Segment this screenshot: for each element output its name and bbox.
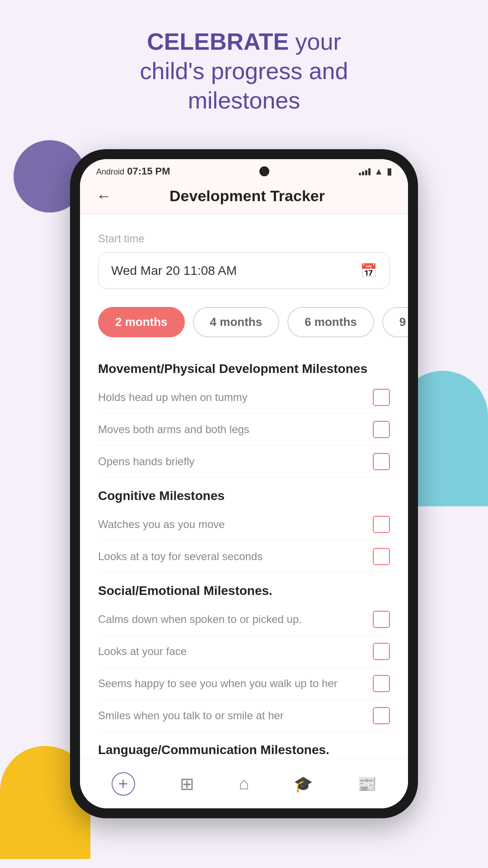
graduation-icon[interactable]: 🎓 <box>294 775 313 793</box>
add-icon[interactable]: + <box>112 772 135 796</box>
category-title-language: Language/Communication Milestones. <box>98 743 390 757</box>
milestone-text: Watches you as you move <box>98 518 373 531</box>
milestone-checkbox[interactable] <box>373 453 390 470</box>
month-tabs: 2 months 4 months 6 months 9 months <box>80 298 408 342</box>
milestones-section: Movement/Physical Development Milestones… <box>80 342 408 782</box>
milestone-checkbox[interactable] <box>373 421 390 438</box>
category-title-cognitive: Cognitive Milestones <box>98 489 390 503</box>
screen-content[interactable]: Start time Wed Mar 20 11:08 AM 📅 2 month… <box>80 214 408 782</box>
milestone-checkbox[interactable] <box>373 675 390 692</box>
back-button[interactable]: ← <box>96 187 112 205</box>
calendar-icon[interactable]: 📅 <box>360 263 377 278</box>
category-cognitive: Cognitive Milestones Watches you as you … <box>98 489 390 573</box>
top-nav: ← Development Tracker <box>80 180 408 214</box>
status-bar: Android 07:15 PM ▲ ▮ <box>80 159 408 180</box>
puzzle-icon[interactable]: ⊞ <box>180 774 194 794</box>
camera-dot <box>259 166 269 176</box>
phone-screen: Android 07:15 PM ▲ ▮ ← Development Track… <box>80 159 408 808</box>
category-social: Social/Emotional Milestones. Calms down … <box>98 584 390 732</box>
milestone-item: Looks at your face <box>98 636 390 668</box>
milestone-checkbox[interactable] <box>373 389 390 406</box>
milestone-checkbox[interactable] <box>373 643 390 660</box>
date-value: Wed Mar 20 11:08 AM <box>111 264 237 278</box>
header-line2: child's progress and <box>36 57 452 86</box>
milestone-text: Smiles when you talk to or smile at her <box>98 709 373 722</box>
milestone-checkbox[interactable] <box>373 611 390 628</box>
tab-6months[interactable]: 6 months <box>287 307 374 337</box>
tab-2months[interactable]: 2 months <box>98 307 185 337</box>
milestone-item: Opens hands briefly <box>98 446 390 478</box>
status-time-value: 07:15 PM <box>127 165 170 177</box>
milestone-item: Smiles when you talk to or smile at her <box>98 700 390 732</box>
bottom-nav: + ⊞ ⌂ 🎓 📰 <box>80 759 408 808</box>
start-time-label: Start time <box>98 232 390 245</box>
celebrate-word: CELEBRATE <box>147 28 289 55</box>
android-label: Android <box>96 167 124 176</box>
nav-learn[interactable]: 🎓 <box>285 770 322 797</box>
milestone-item: Moves both arms and both legs <box>98 414 390 446</box>
status-icons: ▲ ▮ <box>359 166 392 177</box>
milestone-text: Seems happy to see you when you walk up … <box>98 677 373 690</box>
date-input[interactable]: Wed Mar 20 11:08 AM 📅 <box>98 252 390 289</box>
nav-puzzle[interactable]: ⊞ <box>171 769 203 798</box>
milestone-text: Holds head up when on tummy <box>98 391 373 404</box>
news-icon[interactable]: 📰 <box>357 775 376 793</box>
header-line1-rest: your <box>289 28 341 55</box>
phone-frame: Android 07:15 PM ▲ ▮ ← Development Track… <box>70 149 418 818</box>
nav-add[interactable]: + <box>103 768 144 800</box>
start-time-section: Start time Wed Mar 20 11:08 AM 📅 <box>80 214 408 298</box>
milestone-text: Looks at a toy for several seconds <box>98 550 373 563</box>
category-movement: Movement/Physical Development Milestones… <box>98 362 390 478</box>
status-time: Android 07:15 PM <box>96 165 170 177</box>
milestone-text: Looks at your face <box>98 645 373 658</box>
nav-news[interactable]: 📰 <box>348 770 385 797</box>
home-icon[interactable]: ⌂ <box>239 774 249 793</box>
milestone-item: Holds head up when on tummy <box>98 382 390 414</box>
tab-9months[interactable]: 9 months <box>382 307 408 337</box>
signal-bars <box>359 167 371 175</box>
milestone-checkbox[interactable] <box>373 516 390 533</box>
wifi-icon: ▲ <box>374 166 383 177</box>
header-line3: milestones <box>36 86 452 115</box>
milestone-item: Watches you as you move <box>98 509 390 541</box>
page-title: Development Tracker <box>125 187 369 205</box>
milestone-checkbox[interactable] <box>373 707 390 724</box>
milestone-item: Seems happy to see you when you walk up … <box>98 668 390 700</box>
category-title-social: Social/Emotional Milestones. <box>98 584 390 598</box>
category-title-movement: Movement/Physical Development Milestones <box>98 362 390 376</box>
milestone-text: Moves both arms and both legs <box>98 423 373 436</box>
header-text: CELEBRATE your child's progress and mile… <box>0 27 488 115</box>
milestone-item: Looks at a toy for several seconds <box>98 541 390 573</box>
nav-home[interactable]: ⌂ <box>230 769 258 798</box>
milestone-text: Opens hands briefly <box>98 455 373 468</box>
milestone-text: Calms down when spoken to or picked up. <box>98 613 373 626</box>
milestone-checkbox[interactable] <box>373 548 390 565</box>
tab-4months[interactable]: 4 months <box>193 307 280 337</box>
battery-icon: ▮ <box>387 166 392 177</box>
milestone-item: Calms down when spoken to or picked up. <box>98 604 390 636</box>
